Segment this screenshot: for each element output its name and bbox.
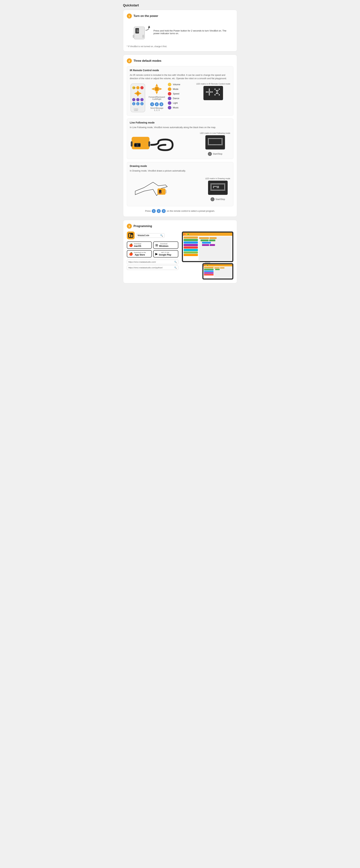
svg-rect-113: [213, 186, 214, 187]
drawing-start-stop-label: Start/Stop: [216, 198, 225, 200]
svg-text:studio: studio: [134, 110, 138, 111]
svg-rect-62: [209, 138, 210, 139]
svg-rect-50: [216, 93, 217, 94]
svg-rect-81: [208, 144, 209, 145]
svg-point-34: [155, 87, 158, 91]
svg-rect-89: [218, 144, 219, 145]
svg-rect-135: [222, 190, 223, 191]
svg-rect-88: [217, 144, 218, 145]
light-label: Light: [173, 102, 177, 104]
speed-dot: [168, 92, 171, 96]
screen-blocks: [183, 236, 232, 261]
svg-rect-112: [211, 186, 212, 187]
download-buttons: 🍎 Download macOS ⊞ Download Windows 🍎: [127, 242, 178, 257]
svg-rect-134: [221, 190, 221, 191]
led-drawing-label: LED matrix in Drawing mode: [205, 178, 230, 180]
svg-rect-53: [219, 94, 220, 95]
robot-power-illustration: ⏻: [127, 21, 150, 43]
svg-rect-105: [219, 183, 220, 184]
led-ir-matrix: [203, 86, 223, 100]
led-line-matrix: [205, 135, 225, 150]
svg-rect-84: [212, 144, 213, 145]
svg-rect-54: [132, 137, 149, 149]
svg-rect-102: [216, 183, 216, 184]
light-dot: [168, 101, 171, 105]
step1-card: 1 Turn on the power ⏻ Press and hold the…: [123, 10, 237, 52]
block-1: [184, 237, 198, 239]
svg-rect-74: [208, 141, 209, 142]
svg-rect-58: [131, 141, 133, 147]
search-input[interactable]: [138, 234, 159, 237]
svg-point-10: [140, 86, 144, 89]
download-windows-button[interactable]: ⊞ Download Windows: [153, 242, 178, 249]
url-input-1[interactable]: [129, 261, 173, 263]
svg-rect-42: [207, 91, 209, 93]
svg-rect-63: [211, 138, 211, 139]
googleplay-icon: ▶: [155, 252, 158, 256]
svg-point-17: [132, 98, 135, 101]
svg-rect-43: [210, 91, 211, 93]
led-drawing-svg: [210, 182, 226, 193]
svg-point-57: [138, 144, 141, 146]
line-start-stop-row: ⏺ Start/Stop: [208, 152, 222, 156]
control-music: Music: [168, 106, 193, 110]
step1-content: ⏻ Press and hold the Power button for 2 …: [127, 21, 233, 43]
search-icon: 🔍: [160, 234, 163, 237]
block-7: [184, 251, 198, 254]
svg-rect-126: [211, 190, 212, 191]
windows-big-label: Windows: [159, 245, 168, 247]
drawing-mode-title: Drawing mode: [130, 164, 230, 167]
svg-point-19: [140, 98, 144, 101]
svg-point-56: [134, 144, 137, 146]
svg-rect-128: [213, 190, 214, 191]
apple-icon: 🍎: [129, 243, 133, 247]
macos-small-label: Download: [134, 243, 141, 245]
svg-rect-82: [209, 144, 210, 145]
ir-remote-content: Vol 1: [130, 83, 230, 113]
mode-dot: [168, 87, 171, 91]
download-appstore-button[interactable]: 🍎 Download on the App Store: [127, 250, 152, 257]
block-4: [184, 244, 198, 246]
led-drawing-matrix: [208, 181, 228, 195]
search-bar[interactable]: 🔍: [136, 233, 165, 238]
svg-rect-131: [217, 190, 218, 191]
start-stop-inner-line: ⏺: [209, 153, 211, 155]
line-start-stop-label: Start/Stop: [213, 153, 222, 155]
svg-rect-124: [211, 188, 212, 189]
svg-rect-111: [224, 185, 225, 186]
music-label: Music: [173, 106, 179, 109]
svg-rect-100: [213, 183, 214, 184]
url-bar-1[interactable]: 🔍: [127, 259, 178, 264]
press-num-3: 3: [162, 209, 166, 213]
block-8: [184, 254, 198, 256]
svg-rect-122: [218, 187, 219, 188]
line-following-content: LED matrix in Line Following mode: [130, 131, 230, 156]
led-line-label: LED matrix in Line Following mode: [200, 132, 230, 134]
svg-rect-107: [222, 183, 223, 184]
mode-label: Mode: [173, 88, 178, 90]
download-googleplay-button[interactable]: ▶ GET IT ON Google Play: [153, 250, 178, 257]
svg-rect-141: [131, 235, 133, 237]
svg-rect-59: [148, 141, 150, 147]
url-input-2[interactable]: [129, 267, 173, 269]
svg-rect-114: [214, 186, 215, 187]
url-bar-2[interactable]: 🔍: [127, 265, 178, 270]
send-message-label: Send Message1, 2, 3: [150, 107, 163, 111]
step1-description: Press and hold the Power button for 2 se…: [154, 29, 233, 35]
svg-rect-37: [209, 90, 210, 91]
led-line-section: LED matrix in Line Following mode: [200, 132, 230, 156]
start-stop-badge-drawing: ⏺: [211, 197, 215, 201]
svg-rect-77: [222, 139, 222, 140]
macos-big-label: macOS: [134, 245, 141, 247]
remote-control-svg: Vol 1: [130, 83, 146, 113]
ir-mode-title: IR Remote Control mode: [130, 69, 230, 72]
ir-mode-section: IR Remote Control mode An IR remote cont…: [127, 66, 233, 116]
svg-rect-85: [213, 144, 214, 145]
svg-rect-64: [212, 138, 213, 139]
svg-rect-92: [222, 144, 222, 145]
ir-mode-desc: An IR remote control is included in the …: [130, 73, 230, 80]
block-6: [184, 249, 198, 251]
svg-text:3: 3: [141, 103, 142, 105]
download-macos-button[interactable]: 🍎 Download macOS: [127, 242, 152, 249]
start-stop-badge-line: ⏺: [208, 152, 212, 156]
